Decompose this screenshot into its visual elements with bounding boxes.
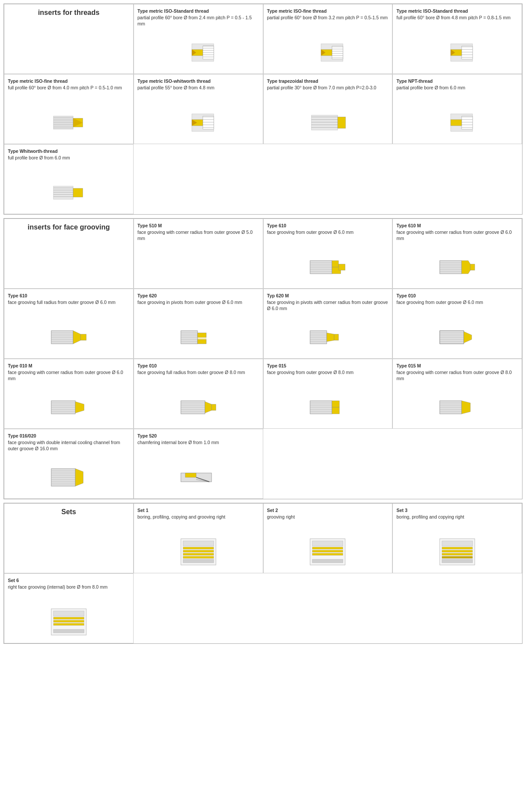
svg-rect-167 xyxy=(183,553,214,555)
grooving-header-cell: inserts for face grooving xyxy=(4,219,134,289)
set-2-img xyxy=(267,534,389,569)
svg-rect-63 xyxy=(53,186,73,199)
svg-marker-56 xyxy=(462,116,473,129)
svg-rect-48 xyxy=(311,115,338,130)
sets-empty-1 xyxy=(134,573,263,643)
groove-520-img xyxy=(138,460,259,495)
groove-610-full-img xyxy=(8,320,130,355)
groove-015-8-img xyxy=(267,390,389,425)
groove-015-8-desc: Type 015 face grooving from outer groove… xyxy=(267,363,389,390)
groove-015-8-title: Type 015 xyxy=(267,363,286,368)
groove-015m-8-title: Type 015 M xyxy=(396,363,421,368)
svg-marker-137 xyxy=(332,407,339,414)
groove-015m-8-icon xyxy=(438,392,477,423)
svg-rect-174 xyxy=(312,553,343,555)
thread-partial-60-3p2-icon xyxy=(308,37,347,68)
groove-016-020-icon xyxy=(49,462,88,493)
svg-rect-73 xyxy=(339,264,345,270)
groove-620m-desc: Typ 620 M face grooving in pivots with c… xyxy=(267,293,389,320)
threads-header-cell: inserts for threads xyxy=(4,4,134,74)
set-1-icon xyxy=(179,537,218,567)
groove-010-6-img xyxy=(396,320,518,355)
svg-marker-144 xyxy=(462,401,470,414)
thread-cell-1-desc: Type metric ISO-Standard thread partial … xyxy=(138,8,259,35)
thread-cell-6-title: Type trapezoidal thread xyxy=(267,78,318,84)
svg-rect-177 xyxy=(442,541,473,546)
groove-610-full-title: Type 610 xyxy=(8,293,27,298)
groove-510m-img xyxy=(138,250,259,285)
thread-cell-empty-2 xyxy=(263,144,393,214)
thread-cell-8: Type Whitworth-thread full profile bore … xyxy=(4,144,134,214)
groove-620m-icon xyxy=(308,322,347,353)
thread-cell-8-title: Type Whitworth-thread xyxy=(8,148,58,154)
svg-rect-181 xyxy=(442,556,473,558)
thread-cell-4-img xyxy=(8,105,130,140)
set-2-title: Set 2 xyxy=(267,508,278,513)
groove-cell-610: Type 610 face grooving from outer groove… xyxy=(263,219,393,289)
svg-rect-187 xyxy=(53,623,84,625)
groove-015-8-icon xyxy=(308,392,347,423)
svg-rect-188 xyxy=(53,629,84,633)
groove-cell-620m: Typ 620 M face grooving in pivots with c… xyxy=(263,289,393,359)
svg-rect-69 xyxy=(73,188,83,197)
set-6-desc: Set 6 right face grooving (internal) bor… xyxy=(8,577,130,604)
thread-cell-6-img xyxy=(267,105,389,140)
threads-section-label: inserts for threads xyxy=(38,9,99,17)
set-cell-6: Set 6 right face grooving (internal) bor… xyxy=(4,573,134,643)
set-2-desc: Set 2 grooving right xyxy=(267,507,389,534)
thread-cell-7: Type NPT-thread partial profile bore Ø f… xyxy=(392,74,522,144)
thread-cell-3-title: Type metric ISO-Standard thread xyxy=(396,8,468,14)
groove-610m-desc: Type 610 M face grooving with corner rad… xyxy=(396,222,518,250)
svg-marker-11 xyxy=(332,46,343,59)
groove-620m-img xyxy=(267,320,389,355)
svg-rect-171 xyxy=(312,541,343,546)
svg-rect-173 xyxy=(312,550,343,552)
groove-010m-6-title: Type 010 M xyxy=(8,363,32,368)
set-1-title: Set 1 xyxy=(138,508,148,513)
thread-trap-30-7p0-icon xyxy=(308,107,347,138)
groove-010m-6-img xyxy=(8,390,130,425)
groove-010-8-desc: Type 010 face grooving full radius from … xyxy=(138,363,259,390)
svg-rect-106 xyxy=(334,334,339,340)
groove-620-icon xyxy=(179,322,218,353)
svg-marker-136 xyxy=(332,401,339,407)
thread-cell-7-desc: Type NPT-thread partial profile bore Ø f… xyxy=(396,78,518,105)
set-3-desc: Set 3 boring, profiling and copying righ… xyxy=(396,507,518,534)
thread-cell-5-img xyxy=(138,105,259,140)
thread-cell-empty-3 xyxy=(392,144,522,214)
svg-rect-178 xyxy=(442,547,473,549)
svg-marker-71 xyxy=(332,261,339,267)
groove-610-icon xyxy=(308,252,347,282)
thread-cell-2-img xyxy=(267,35,389,70)
svg-rect-89 xyxy=(81,334,86,340)
thread-cell-8-desc: Type Whitworth-thread full profile bore … xyxy=(8,148,130,175)
groove-015m-8-img xyxy=(396,390,518,425)
groove-cell-520: Type 520 chamfering internal bore Ø from… xyxy=(134,429,263,499)
section-face-grooving: inserts for face grooving Type 510 M fac… xyxy=(4,218,522,499)
groove-010m-6-icon xyxy=(49,392,88,423)
thread-cell-6: Type trapezoidal thread partial profile … xyxy=(263,74,393,144)
groove-cell-016-020: Type 016/020 face grooving with double i… xyxy=(4,429,134,499)
thread-cell-2-title: Type metric ISO-fine thread xyxy=(267,8,327,14)
set-2-icon xyxy=(308,537,347,567)
groove-010-8-title: Type 010 xyxy=(138,363,157,368)
groove-010-6-title: Type 010 xyxy=(396,293,416,298)
grooving-section-label: inserts for face grooving xyxy=(28,223,110,231)
thread-cell-7-img xyxy=(396,105,518,140)
svg-rect-175 xyxy=(312,559,343,563)
svg-rect-185 xyxy=(53,617,84,619)
svg-marker-80 xyxy=(462,261,470,274)
set-cell-1: Set 1 boring, profiling, copying and gro… xyxy=(134,503,263,573)
thread-cell-4-title: Type metric ISO-fine thread xyxy=(8,78,67,84)
set-3-img xyxy=(396,534,518,569)
thread-cell-1-title: Type metric ISO-Standard thread xyxy=(138,8,209,14)
thread-cell-6-desc: Type trapezoidal thread partial profile … xyxy=(267,78,389,105)
groove-016-020-title: Type 016/020 xyxy=(8,433,36,438)
svg-marker-40 xyxy=(203,116,214,129)
svg-rect-54 xyxy=(338,117,346,128)
sets-section-label: Sets xyxy=(61,508,76,516)
set-6-img xyxy=(8,604,130,639)
groove-016-020-img xyxy=(8,460,130,495)
groove-010-6-desc: Type 010 face grooving from outer groove… xyxy=(396,293,518,320)
svg-marker-105 xyxy=(327,333,334,342)
